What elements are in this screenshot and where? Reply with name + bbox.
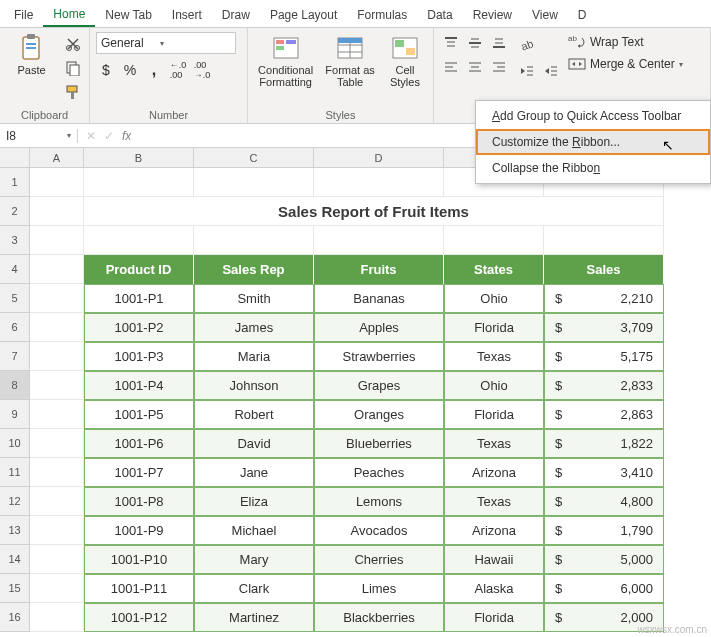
row-header-16[interactable]: 16 — [0, 603, 30, 632]
cell-product-id[interactable]: 1001-P6 — [84, 429, 194, 458]
row-header-13[interactable]: 13 — [0, 516, 30, 545]
cell-sales-rep[interactable]: Jane — [194, 458, 314, 487]
row-header-15[interactable]: 15 — [0, 574, 30, 603]
cell-product-id[interactable]: 1001-P7 — [84, 458, 194, 487]
cell-state[interactable]: Texas — [444, 429, 544, 458]
cell[interactable] — [30, 371, 84, 400]
align-center-button[interactable] — [464, 56, 486, 78]
conditional-formatting-button[interactable]: Conditional Formatting — [254, 32, 317, 88]
menu-customize-ribbon[interactable]: Customize the Ribbon... ↖ — [476, 129, 710, 155]
cell[interactable] — [30, 197, 84, 226]
cell-state[interactable]: Arizona — [444, 516, 544, 545]
cell[interactable] — [30, 487, 84, 516]
cell[interactable] — [30, 400, 84, 429]
cell-sales[interactable]: $3,709 — [544, 313, 664, 342]
cell-sales-rep[interactable]: Mary — [194, 545, 314, 574]
cell-state[interactable]: Florida — [444, 400, 544, 429]
tab-draw[interactable]: Draw — [212, 4, 260, 26]
cell[interactable] — [314, 168, 444, 197]
cell[interactable] — [30, 313, 84, 342]
row-header-8[interactable]: 8 — [0, 371, 30, 400]
copy-button[interactable] — [63, 58, 83, 78]
cell-fruit[interactable]: Oranges — [314, 400, 444, 429]
cell[interactable] — [30, 603, 84, 632]
align-middle-button[interactable] — [464, 32, 486, 54]
tab-newtab[interactable]: New Tab — [95, 4, 161, 26]
row-header-12[interactable]: 12 — [0, 487, 30, 516]
cell-fruit[interactable]: Blackberries — [314, 603, 444, 632]
cell-state[interactable]: Ohio — [444, 371, 544, 400]
cell-product-id[interactable]: 1001-P5 — [84, 400, 194, 429]
menu-add-to-qat[interactable]: Add Group to Quick Access Toolbar — [476, 103, 710, 129]
select-all-corner[interactable] — [0, 148, 30, 168]
format-painter-button[interactable] — [63, 82, 83, 102]
cell-fruit[interactable]: Limes — [314, 574, 444, 603]
cell[interactable] — [30, 516, 84, 545]
row-header-10[interactable]: 10 — [0, 429, 30, 458]
row-header-5[interactable]: 5 — [0, 284, 30, 313]
orientation-button[interactable]: ab — [516, 34, 538, 56]
tab-data[interactable]: Data — [417, 4, 462, 26]
cell-state[interactable]: Ohio — [444, 284, 544, 313]
row-header-7[interactable]: 7 — [0, 342, 30, 371]
cell-fruit[interactable]: Grapes — [314, 371, 444, 400]
cell[interactable] — [314, 226, 444, 255]
cell-product-id[interactable]: 1001-P10 — [84, 545, 194, 574]
cell-sales-rep[interactable]: Smith — [194, 284, 314, 313]
tab-insert[interactable]: Insert — [162, 4, 212, 26]
align-right-button[interactable] — [488, 56, 510, 78]
tab-view[interactable]: View — [522, 4, 568, 26]
name-box[interactable]: I8 ▾ — [0, 129, 78, 143]
cell-product-id[interactable]: 1001-P11 — [84, 574, 194, 603]
row-header-1[interactable]: 1 — [0, 168, 30, 197]
cell-sales[interactable]: $1,790 — [544, 516, 664, 545]
cell[interactable] — [30, 458, 84, 487]
cell-product-id[interactable]: 1001-P2 — [84, 313, 194, 342]
currency-button[interactable]: $ — [96, 60, 116, 80]
report-title[interactable]: Sales Report of Fruit Items — [84, 197, 664, 226]
cell-product-id[interactable]: 1001-P1 — [84, 284, 194, 313]
cell-fruit[interactable]: Cherries — [314, 545, 444, 574]
tab-review[interactable]: Review — [463, 4, 522, 26]
row-header-2[interactable]: 2 — [0, 197, 30, 226]
col-header-C[interactable]: C — [194, 148, 314, 168]
decrease-decimal-button[interactable]: .00→.0 — [192, 60, 212, 80]
table-header[interactable]: States — [444, 255, 544, 284]
cell-fruit[interactable]: Strawberries — [314, 342, 444, 371]
tab-file[interactable]: File — [4, 4, 43, 26]
cell-sales-rep[interactable]: Eliza — [194, 487, 314, 516]
wrap-text-button[interactable]: ab Wrap Text — [568, 34, 683, 50]
increase-decimal-button[interactable]: ←.0.00 — [168, 60, 188, 80]
cell[interactable] — [194, 226, 314, 255]
cell-fruit[interactable]: Apples — [314, 313, 444, 342]
cell-product-id[interactable]: 1001-P9 — [84, 516, 194, 545]
table-header[interactable]: Fruits — [314, 255, 444, 284]
number-format-dropdown[interactable]: General ▾ — [96, 32, 236, 54]
cell-product-id[interactable]: 1001-P4 — [84, 371, 194, 400]
cell-product-id[interactable]: 1001-P3 — [84, 342, 194, 371]
cell-sales-rep[interactable]: David — [194, 429, 314, 458]
table-header[interactable]: Sales Rep — [194, 255, 314, 284]
cell[interactable] — [544, 226, 664, 255]
menu-collapse-ribbon[interactable]: Collapse the Ribbon — [476, 155, 710, 181]
paste-button[interactable]: Paste — [6, 32, 57, 76]
col-header-A[interactable]: A — [30, 148, 84, 168]
cell-state[interactable]: Texas — [444, 342, 544, 371]
cell-sales-rep[interactable]: Johnson — [194, 371, 314, 400]
row-header-4[interactable]: 4 — [0, 255, 30, 284]
fx-button[interactable]: fx — [122, 129, 131, 143]
align-top-button[interactable] — [440, 32, 462, 54]
cell-state[interactable]: Arizona — [444, 458, 544, 487]
cell-sales[interactable]: $3,410 — [544, 458, 664, 487]
cell-fruit[interactable]: Lemons — [314, 487, 444, 516]
table-header[interactable]: Sales — [544, 255, 664, 284]
cell-sales-rep[interactable]: Robert — [194, 400, 314, 429]
cell-sales[interactable]: $4,800 — [544, 487, 664, 516]
cell-state[interactable]: Hawaii — [444, 545, 544, 574]
cell-sales[interactable]: $5,000 — [544, 545, 664, 574]
cell-sales[interactable]: $1,822 — [544, 429, 664, 458]
tab-home[interactable]: Home — [43, 3, 95, 27]
col-header-B[interactable]: B — [84, 148, 194, 168]
table-header[interactable]: Product ID — [84, 255, 194, 284]
cell-fruit[interactable]: Peaches — [314, 458, 444, 487]
